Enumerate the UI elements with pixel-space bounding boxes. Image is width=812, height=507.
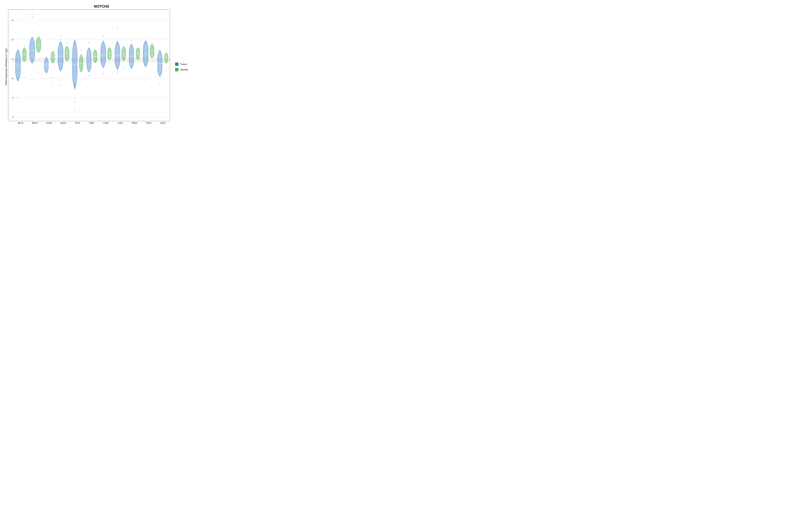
svg-rect-262 (82, 63, 82, 63)
svg-rect-458 (132, 60, 133, 60)
svg-rect-25 (17, 98, 18, 98)
svg-rect-580 (167, 56, 167, 57)
svg-rect-596 (166, 62, 166, 62)
svg-rect-279 (89, 51, 89, 51)
svg-rect-171 (59, 51, 60, 52)
svg-rect-421 (124, 51, 124, 52)
svg-rect-153 (53, 58, 54, 59)
svg-rect-566 (159, 71, 160, 71)
svg-rect-340 (104, 52, 104, 52)
svg-rect-259 (80, 61, 81, 62)
svg-rect-420 (123, 51, 123, 52)
svg-rect-202 (67, 52, 68, 52)
svg-rect-232 (75, 66, 76, 66)
svg-rect-512 (146, 59, 147, 60)
svg-rect-461 (131, 63, 132, 64)
svg-rect-567 (160, 71, 160, 71)
svg-rect-141 (53, 54, 53, 54)
svg-rect-387 (117, 47, 117, 48)
violin-normal-kich (78, 10, 85, 111)
svg-rect-109 (38, 73, 39, 73)
svg-rect-133 (46, 70, 46, 70)
svg-rect-94 (39, 43, 40, 44)
svg-rect-560 (159, 66, 159, 66)
svg-rect-418 (123, 50, 123, 51)
svg-rect-201 (66, 52, 66, 52)
svg-rect-272 (81, 68, 82, 69)
svg-rect-370 (110, 53, 110, 54)
svg-rect-317 (94, 57, 95, 57)
svg-rect-145 (53, 55, 53, 55)
svg-rect-43 (23, 56, 24, 56)
svg-rect-366 (110, 52, 110, 52)
svg-rect-429 (124, 55, 125, 55)
svg-rect-496 (146, 46, 146, 46)
svg-rect-373 (109, 55, 109, 55)
svg-rect-430 (123, 56, 123, 56)
svg-rect-150 (52, 57, 52, 58)
svg-rect-42 (25, 55, 26, 55)
svg-rect-597 (166, 70, 167, 71)
svg-rect-564 (159, 69, 159, 69)
svg-rect-238 (75, 75, 75, 75)
svg-rect-61 (33, 44, 33, 45)
svg-rect-388 (117, 47, 118, 48)
svg-rect-175 (59, 55, 60, 56)
svg-rect-318 (96, 57, 96, 57)
svg-rect-217 (67, 44, 67, 44)
svg-rect-206 (68, 54, 68, 54)
svg-rect-285 (90, 56, 90, 56)
svg-rect-191 (60, 36, 61, 37)
svg-rect-198 (67, 50, 67, 51)
svg-rect-511 (145, 59, 145, 60)
svg-rect-495 (145, 46, 146, 46)
svg-rect-210 (67, 56, 68, 56)
svg-rect-390 (118, 49, 118, 49)
svg-rect-473 (137, 52, 138, 52)
svg-rect-35 (23, 52, 24, 53)
cancer-group-coad (42, 10, 56, 121)
x-axis-label-hnsc: HNSC (56, 122, 70, 124)
svg-rect-362 (110, 50, 110, 50)
svg-rect-534 (151, 52, 152, 53)
svg-rect-326 (95, 60, 96, 60)
svg-rect-188 (60, 67, 61, 67)
svg-rect-506 (147, 54, 147, 55)
svg-rect-80 (32, 80, 33, 80)
svg-rect-252 (81, 57, 82, 57)
svg-rect-469 (138, 50, 138, 50)
svg-rect-526 (151, 49, 152, 49)
svg-rect-282 (88, 54, 89, 55)
svg-rect-4 (18, 56, 18, 56)
svg-rect-118 (47, 61, 47, 62)
svg-rect-227 (74, 59, 74, 60)
svg-rect-195 (66, 49, 67, 50)
svg-rect-335 (102, 49, 103, 49)
svg-rect-275 (81, 80, 82, 80)
svg-rect-258 (82, 60, 82, 61)
svg-rect-221 (74, 50, 74, 50)
svg-rect-151 (53, 57, 54, 58)
svg-rect-98 (39, 45, 40, 46)
svg-rect-321 (95, 58, 95, 59)
svg-rect-485 (137, 56, 138, 57)
svg-rect-240 (75, 78, 75, 78)
svg-rect-20 (18, 72, 18, 72)
svg-rect-561 (160, 66, 161, 66)
svg-rect-281 (89, 53, 89, 53)
svg-rect-302 (89, 75, 89, 76)
svg-rect-194 (67, 48, 67, 49)
svg-rect-226 (75, 56, 75, 57)
violin-normal-blca (21, 10, 28, 111)
svg-rect-246 (74, 87, 75, 88)
svg-rect-457 (131, 60, 131, 60)
svg-rect-364 (110, 51, 110, 51)
svg-rect-579 (166, 56, 166, 57)
svg-rect-424 (123, 53, 123, 53)
svg-rect-125 (45, 66, 46, 66)
svg-rect-101 (38, 47, 38, 48)
svg-rect-438 (123, 67, 124, 68)
svg-rect-395 (116, 54, 116, 55)
svg-rect-524 (151, 48, 152, 48)
svg-rect-139 (53, 53, 53, 53)
